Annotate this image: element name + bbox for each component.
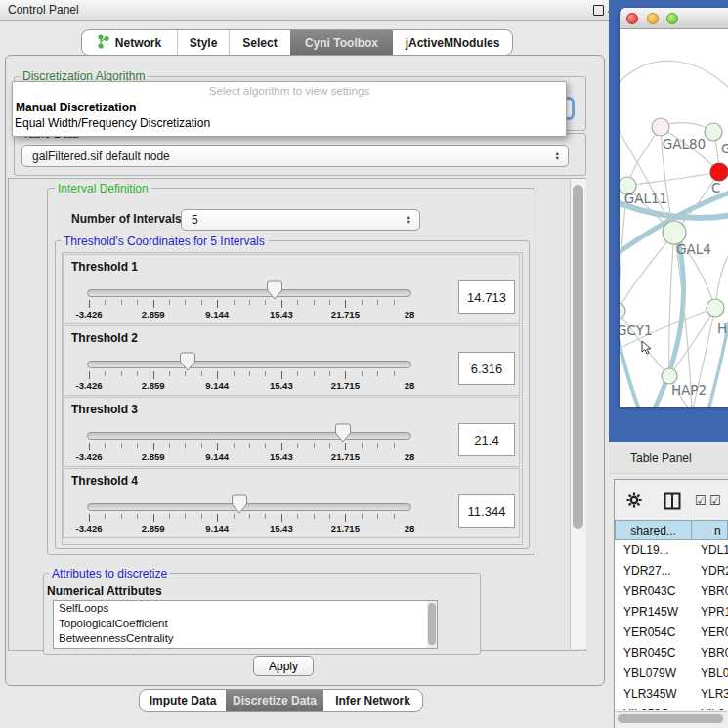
cell-name[interactable]: YBL0 (701, 666, 728, 680)
slider-thumb-icon[interactable] (266, 280, 282, 300)
network-edge[interactable] (627, 172, 719, 186)
tick-label: 2.859 (142, 523, 165, 534)
attribute-list-item[interactable]: TopologicalCoefficient (54, 617, 437, 632)
zoom-traffic-light-icon[interactable] (666, 13, 678, 24)
cell-shared-name[interactable]: YLR345W (623, 687, 677, 701)
attributes-list-scrollbar[interactable] (427, 601, 437, 648)
table-horizontal-scrollbar[interactable] (616, 711, 727, 725)
cell-name[interactable]: YDR2 (701, 564, 728, 578)
slider-thumb-icon[interactable] (232, 494, 248, 514)
tab-infer-network[interactable]: Infer Network (323, 690, 422, 711)
vertical-scrollbar[interactable] (570, 179, 586, 649)
bottom-tab-strip: Impute Data Discretize Data Infer Networ… (139, 689, 423, 712)
tick-label: 2.859 (142, 309, 165, 320)
network-edge[interactable] (627, 127, 661, 186)
tab-impute-data[interactable]: Impute Data (140, 690, 226, 711)
tick-label: 15.43 (270, 523, 293, 534)
threshold-slider[interactable]: -3.4262.8599.14415.4321.71528 (87, 469, 411, 539)
table-row[interactable]: YIL052CYIL0 (615, 705, 728, 710)
cell-shared-name[interactable]: YDL19... (623, 543, 669, 557)
network-canvas[interactable]: GAL80G.CGAL11GAL4GCY1HHAP2 (620, 29, 728, 407)
threshold-slider[interactable]: -3.4262.8599.14415.4321.71528 (87, 398, 411, 468)
slider-tick-labels: -3.4262.8599.14415.4321.71528 (89, 309, 409, 320)
table-row[interactable]: YER054CYER0 (615, 622, 728, 643)
tick-label: 21.715 (331, 309, 360, 320)
control-panel-titlebar (0, 0, 620, 21)
close-traffic-light-icon[interactable] (626, 13, 638, 24)
cell-shared-name[interactable]: YBL079W (623, 666, 676, 680)
tab-select-label: Select (242, 36, 277, 50)
cell-name[interactable]: YER0 (701, 625, 728, 639)
network-edge[interactable] (620, 61, 728, 90)
checkbox-icon[interactable]: ☑ (695, 493, 707, 508)
popup-option-equal-width[interactable]: Equal Width/Frequency Discretization (15, 116, 210, 130)
threshold-value-field[interactable]: 6.316 (458, 352, 515, 385)
cell-shared-name[interactable]: YBR043C (623, 584, 675, 598)
threshold-panel: Threshold 1 -3.4262.8599.14415.4321.7152… (63, 254, 520, 324)
table-row[interactable]: YLR345WYLR3 (615, 684, 728, 705)
tab-cyni-toolbox[interactable]: Cyni Toolbox (290, 30, 393, 55)
slider-track[interactable] (87, 503, 411, 511)
slider-track[interactable] (87, 361, 411, 368)
cell-shared-name[interactable]: YDR27... (623, 564, 671, 578)
table-row[interactable]: YDR27...YDR2 (615, 561, 728, 581)
table-row[interactable]: YBR045CYBR0 (615, 643, 728, 664)
cell-shared-name[interactable]: YER054C (623, 625, 675, 639)
tick-label: 21.715 (331, 451, 360, 462)
split-columns-icon[interactable] (664, 492, 681, 514)
network-node[interactable] (707, 299, 724, 317)
apply-button[interactable]: Apply (253, 656, 314, 676)
table-row[interactable]: YBL079WYBL0 (615, 664, 728, 684)
table-row[interactable]: YBR043CYBR0 (615, 581, 728, 602)
cell-name[interactable]: YBR0 (701, 646, 728, 660)
cell-shared-name[interactable]: YIL052C (623, 707, 669, 710)
column-header-shared-name[interactable]: shared... (615, 520, 692, 540)
attribute-list-item[interactable]: BetweennessCentrality (54, 631, 437, 647)
checkbox-icon[interactable]: ☑ (709, 493, 721, 508)
network-node[interactable] (710, 163, 728, 181)
threshold-slider[interactable]: -3.4262.8599.14415.4321.71528 (87, 255, 411, 325)
num-intervals-combo[interactable]: 5 ▲▼ (181, 209, 420, 231)
tab-jactivemnodules[interactable]: jActiveMNodules (393, 30, 512, 55)
threshold-value-field[interactable]: 11.344 (458, 494, 515, 528)
threshold-value-field[interactable]: 14.713 (458, 280, 515, 314)
cell-name[interactable]: YDL1 (701, 543, 728, 557)
float-window-icon[interactable] (593, 5, 604, 16)
cell-name[interactable]: YIL0 (701, 707, 725, 710)
slider-track[interactable] (87, 289, 411, 297)
slider-track[interactable] (87, 432, 411, 440)
table-row[interactable]: YDL19...YDL1 (615, 540, 728, 561)
cell-name[interactable]: YLR3 (701, 687, 728, 701)
threshold-value-field[interactable]: 21.4 (458, 423, 515, 456)
tick-label: 28 (405, 309, 415, 320)
tab-select[interactable]: Select (229, 30, 290, 55)
gear-icon[interactable] (625, 492, 643, 513)
tab-style[interactable]: Style (177, 30, 229, 55)
tick-label: -3.426 (76, 309, 103, 320)
network-window-titlebar[interactable] (620, 8, 728, 29)
node-label: GAL11 (624, 191, 667, 206)
attribute-list-item[interactable]: SelfLoops (54, 601, 437, 617)
network-node[interactable] (705, 123, 722, 141)
table-data-combo[interactable]: galFiltered.sif default node ▲▼ (21, 145, 569, 167)
cell-shared-name[interactable]: YBR045C (623, 646, 675, 660)
slider-thumb-icon[interactable] (335, 423, 352, 443)
cell-shared-name[interactable]: YPR145W (623, 605, 678, 619)
column-header-name[interactable]: n (691, 520, 728, 540)
tick-label: -3.426 (76, 523, 103, 534)
minimize-traffic-light-icon[interactable] (647, 13, 659, 24)
network-node[interactable] (620, 303, 625, 319)
numerical-attributes-list[interactable]: SelfLoopsTopologicalCoefficientBetweenne… (53, 600, 438, 649)
slider-thumb-icon[interactable] (179, 352, 195, 371)
scrollbar-thumb[interactable] (573, 185, 583, 529)
table-row[interactable]: YPR145WYPR1 (615, 602, 728, 622)
table-body[interactable]: YDL19...YDL1YDR27...YDR2YBR043CYBR0YPR14… (615, 540, 728, 710)
network-node[interactable] (684, 407, 700, 407)
tab-network[interactable]: Network (82, 30, 177, 55)
cell-name[interactable]: YBR0 (701, 584, 728, 598)
tab-discretize-data[interactable]: Discretize Data (226, 690, 323, 711)
cell-name[interactable]: YPR1 (701, 605, 728, 619)
network-node[interactable] (652, 118, 669, 136)
popup-option-manual[interactable]: Manual Discretization (16, 101, 136, 114)
threshold-slider[interactable]: -3.4262.8599.14415.4321.71528 (87, 326, 411, 397)
